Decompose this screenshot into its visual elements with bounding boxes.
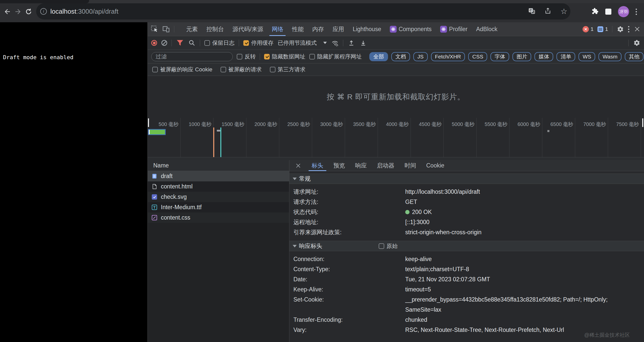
tiny-request-mark[interactable]	[547, 130, 549, 132]
blocked-response-cookies-checkbox[interactable]: 被屏蔽的响应 Cookie	[152, 66, 212, 73]
message-count-badge[interactable]: 1	[597, 26, 608, 32]
filter-type-wasm[interactable]: Wasm	[598, 52, 621, 61]
hide-data-urls-checkbox[interactable]: 隐藏数据网址	[264, 53, 305, 60]
hide-extension-urls-checkbox[interactable]: 隐藏扩展程序网址	[309, 53, 362, 60]
request-row-check-svg[interactable]: check.svg	[148, 192, 289, 202]
blocked-requests-checkbox[interactable]: 被屏蔽的请求	[221, 66, 262, 73]
filter-type-doc[interactable]: 文档	[391, 52, 410, 61]
forward-button[interactable]	[14, 7, 22, 16]
filter-type-other[interactable]: 其他	[625, 52, 643, 61]
device-toolbar-icon[interactable]	[162, 25, 170, 33]
request-row-content-html[interactable]: content.html	[148, 181, 289, 192]
preserve-log-checkbox[interactable]: 保留日志	[204, 39, 234, 47]
inspect-element-icon[interactable]	[151, 25, 158, 33]
checkbox-icon[interactable]	[379, 243, 384, 249]
filter-type-img[interactable]: 图片	[512, 52, 531, 61]
tab-network[interactable]: 网络	[267, 22, 288, 36]
active-tab[interactable]	[0, 0, 89, 3]
details-tab-initiator[interactable]: 启动器	[377, 160, 394, 171]
invert-filter-checkbox[interactable]: 反转	[237, 53, 256, 60]
devtools-panel: 元素 控制台 源代码/来源 网络 性能 内存 应用 Lighthouse Com…	[147, 22, 644, 342]
url-bar[interactable]: i localhost:3000/api/draft G文 ☆	[36, 3, 570, 19]
disable-cache-checkbox[interactable]: 停用缓存	[243, 39, 273, 47]
tab-performance[interactable]: 性能	[288, 22, 308, 36]
checkbox-icon[interactable]	[152, 67, 158, 72]
filter-type-css[interactable]: CSS	[468, 52, 487, 61]
tab-react-profiler[interactable]: Profiler	[436, 22, 472, 36]
clear-network-log-icon[interactable]	[161, 40, 167, 46]
tab-react-components[interactable]: Components	[385, 22, 436, 36]
import-har-icon[interactable]	[348, 39, 355, 47]
file-outline-icon	[152, 184, 157, 189]
profile-avatar[interactable]: 冴羽	[618, 6, 629, 17]
throttling-dropdown[interactable]: 已停用节流模式	[278, 39, 327, 47]
filter-type-ws[interactable]: WS	[578, 52, 595, 61]
tab-elements[interactable]: 元素	[182, 22, 202, 36]
third-party-requests-checkbox[interactable]: 第三方请求	[270, 66, 306, 73]
tab-memory[interactable]: 内存	[308, 22, 328, 36]
selected-request-waterfall-bar[interactable]	[148, 129, 166, 135]
details-tab-timing[interactable]: 时间	[404, 160, 416, 171]
checkbox-icon[interactable]	[309, 54, 315, 59]
filter-type-font[interactable]: 字体	[490, 52, 509, 61]
details-tab-response[interactable]: 响应	[355, 160, 367, 171]
tab-lighthouse[interactable]: Lighthouse	[348, 22, 385, 36]
network-conditions-icon[interactable]	[331, 39, 339, 47]
checkbox-icon[interactable]	[221, 67, 226, 72]
filter-type-fetch-xhr[interactable]: Fetch/XHR	[431, 52, 465, 61]
raw-headers-checkbox[interactable]: 原始	[379, 242, 398, 250]
request-row-inter-medium-ttf[interactable]: T Inter-Medium.ttf	[148, 202, 289, 212]
filter-type-media[interactable]: 媒体	[534, 52, 553, 61]
share-icon[interactable]	[544, 7, 551, 15]
export-har-icon[interactable]	[359, 39, 367, 47]
error-count-badge[interactable]: 1	[583, 26, 594, 32]
devtools-menu-icon[interactable]	[628, 26, 629, 32]
tab-adblock[interactable]: AdBlock	[472, 22, 502, 36]
checkbox-icon[interactable]	[270, 67, 275, 72]
filter-input[interactable]	[151, 52, 233, 61]
tab-sources[interactable]: 源代码/来源	[228, 22, 267, 36]
checkbox-checked-icon[interactable]	[243, 40, 249, 46]
search-icon[interactable]	[188, 39, 196, 47]
filter-type-js[interactable]: JS	[413, 52, 428, 61]
timeline-scrollbar[interactable]	[148, 157, 644, 160]
filter-funnel-icon[interactable]	[176, 39, 184, 47]
filter-type-manifest[interactable]: 清单	[556, 52, 575, 61]
load-event-line	[220, 127, 221, 157]
browser-menu-icon[interactable]	[636, 9, 637, 15]
request-row-draft[interactable]: draft	[148, 171, 289, 181]
reload-button[interactable]	[24, 7, 33, 16]
timeline-label: 4500 毫秒	[411, 118, 444, 157]
timeline-label: 7500 毫秒	[608, 118, 641, 157]
checkbox-checked-icon[interactable]	[264, 54, 270, 59]
site-info-icon[interactable]: i	[40, 8, 47, 15]
translate-icon[interactable]: G文	[528, 7, 535, 15]
bookmark-star-icon[interactable]: ☆	[561, 8, 567, 15]
tab-console[interactable]: 控制台	[202, 22, 228, 36]
requests-column-header[interactable]: Name	[148, 160, 289, 171]
close-details-icon[interactable]	[295, 163, 302, 168]
side-panel-icon[interactable]	[605, 9, 611, 15]
extensions-puzzle-icon[interactable]	[591, 7, 599, 16]
tab-application[interactable]: 应用	[328, 22, 348, 36]
checkbox-icon[interactable]	[204, 40, 210, 46]
url-text[interactable]: localhost:3000/api/draft	[50, 8, 118, 15]
request-row-content-css[interactable]: content.css	[148, 212, 289, 223]
filter-type-all[interactable]: 全部	[369, 52, 388, 61]
checkbox-icon[interactable]	[237, 54, 242, 59]
general-section-header[interactable]: 常规	[289, 174, 644, 184]
network-settings-gear-icon[interactable]	[633, 39, 640, 47]
timeline-left-handle[interactable]	[148, 118, 149, 127]
small-request-bar[interactable]	[217, 130, 220, 132]
timeline-right-handle[interactable]	[642, 118, 643, 127]
response-headers-section-header[interactable]: 响应标头 原始	[289, 241, 644, 251]
reload-hint-area: 按 ⌘ R 即可重新加载和截取幻灯影片。	[148, 76, 644, 118]
details-tab-preview[interactable]: 预览	[333, 160, 345, 171]
devtools-settings-icon[interactable]	[616, 25, 624, 33]
back-button[interactable]	[3, 7, 12, 16]
devtools-close-icon[interactable]	[633, 25, 641, 33]
details-tab-cookies[interactable]: Cookie	[426, 160, 444, 171]
details-tab-headers[interactable]: 标头	[312, 160, 323, 171]
record-network-log-button[interactable]	[151, 40, 157, 46]
network-overview-timeline[interactable]: 500 毫秒 1000 毫秒 1500 毫秒 2000 毫秒 2500 毫秒 3…	[148, 118, 644, 157]
